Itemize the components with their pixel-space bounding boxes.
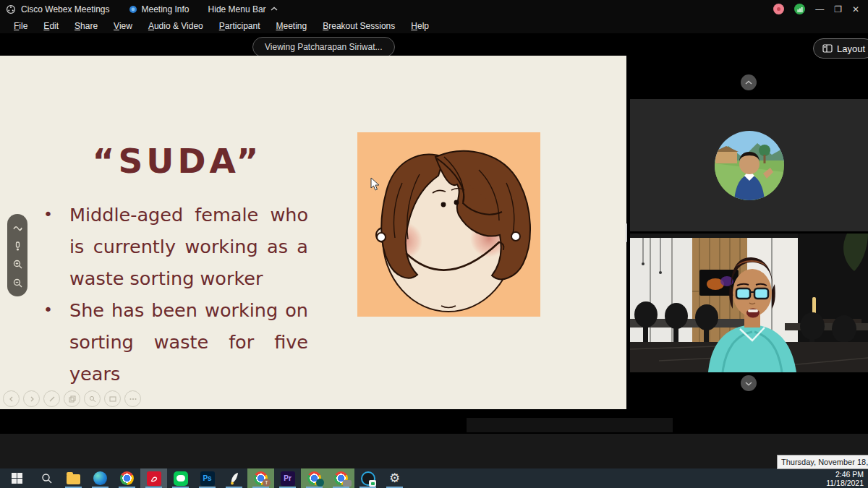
menu-participant[interactable]: Participant — [211, 21, 268, 31]
menu-breakout-sessions[interactable]: Breakout Sessions — [315, 21, 403, 31]
edge-icon — [93, 471, 107, 485]
photoshop-icon: Ps — [200, 471, 215, 486]
pages-icon[interactable] — [64, 390, 80, 407]
minimize-button[interactable]: — — [815, 5, 824, 14]
meeting-info-button[interactable]: Meeting Info — [129, 4, 190, 14]
premiere-icon: Pr — [281, 471, 295, 486]
webex-app-icon — [361, 471, 375, 486]
taskbar-chrome[interactable] — [114, 468, 140, 488]
active-speaker-video[interactable] — [630, 234, 868, 372]
participant-avatar — [714, 130, 785, 201]
profile-badge-t: T — [263, 479, 271, 487]
taskbar-chrome-workspace-3[interactable] — [328, 468, 354, 488]
meeting-info-icon — [129, 5, 137, 14]
webex-logo-icon — [6, 4, 16, 14]
bullet-marker: • — [43, 294, 69, 390]
collapse-panel-up-button[interactable] — [741, 74, 757, 90]
taskbar-search-button[interactable] — [33, 468, 60, 488]
slide-bullet-1: • Middle-aged female who is currently wo… — [43, 199, 308, 294]
chrome-icon — [120, 471, 134, 485]
meeting-control-bar: Unmute Start video Share Record — [0, 434, 868, 468]
taskbar-line[interactable] — [167, 468, 194, 488]
taskbar-premiere[interactable]: Pr — [274, 468, 301, 488]
title-bar: Cisco Webex Meetings Meeting Info Hide M… — [0, 0, 868, 18]
window-title: Cisco Webex Meetings — [21, 4, 110, 14]
slide-nav-controls — [3, 390, 141, 407]
participant-video-avatar[interactable] — [630, 99, 868, 231]
dock-shadow — [467, 418, 673, 432]
taskbar-photoshop[interactable]: Ps — [194, 468, 221, 488]
profile-badge-card — [343, 480, 352, 487]
search-icon — [41, 473, 53, 484]
meeting-info-label: Meeting Info — [142, 4, 190, 14]
hide-menu-bar-button[interactable]: Hide Menu Bar — [208, 4, 278, 14]
layout-button-label: Layout — [837, 43, 865, 54]
shared-slide: “SUDA” • Middle-aged female who is curre… — [0, 56, 626, 409]
taskbar-file-explorer[interactable] — [60, 468, 87, 488]
profile-badge-teal — [316, 479, 324, 487]
clock-time: 2:46 PM — [826, 470, 864, 479]
previous-icon[interactable] — [3, 390, 20, 407]
mouse-cursor — [370, 177, 380, 191]
slide-bullet-list: • Middle-aged female who is currently wo… — [43, 143, 308, 390]
menu-help[interactable]: Help — [403, 21, 437, 31]
menu-share[interactable]: Share — [67, 21, 106, 31]
menu-audio-video[interactable]: Audio & Video — [140, 21, 211, 31]
recording-indicator-icon[interactable] — [773, 4, 784, 14]
clock-tooltip: Thursday, November 18, 2021 — [777, 455, 868, 469]
menu-bar: File Edit Share View Audio & Video Parti… — [0, 18, 868, 33]
acrobat-icon — [147, 471, 161, 486]
menu-view[interactable]: View — [106, 21, 140, 31]
taskbar-edge[interactable] — [87, 468, 114, 488]
speaker-video-frame — [630, 234, 868, 372]
webex-window: Cisco Webex Meetings Meeting Info Hide M… — [0, 0, 868, 488]
taskbar-notes-app[interactable] — [221, 468, 247, 488]
layout-grid-icon — [822, 44, 833, 53]
menu-file[interactable]: File — [6, 21, 35, 31]
taskbar-clock[interactable]: 2:46 PM 11/18/2021 — [826, 468, 868, 488]
fit-screen-icon[interactable] — [104, 390, 121, 407]
laser-pointer-icon[interactable] — [12, 241, 23, 252]
slide-illustration-woman-face — [357, 132, 540, 317]
zoom-out-icon[interactable] — [12, 278, 23, 288]
viewing-banner-text: Viewing Patcharapan Siriwat... — [265, 42, 383, 52]
taskbar-webex[interactable] — [354, 468, 381, 488]
layout-button[interactable]: Layout — [813, 38, 868, 59]
taskbar-acrobat[interactable] — [140, 468, 167, 488]
restore-button[interactable]: ❐ — [834, 5, 842, 14]
collapse-panel-down-button[interactable] — [741, 375, 757, 391]
zoom-in-icon[interactable] — [12, 259, 23, 270]
folder-icon — [67, 474, 80, 484]
tooltip-text: Thursday, November 18, 2021 — [781, 458, 868, 466]
bullet-marker: • — [43, 199, 69, 294]
line-app-icon — [174, 471, 188, 486]
windows-taskbar: Ps T Pr ⚙ 2:46 PM 11/18/2021 — [0, 468, 868, 488]
taskbar-settings[interactable]: ⚙ — [381, 468, 408, 488]
connection-quality-icon[interactable] — [794, 4, 805, 14]
taskbar-chrome-workspace-2[interactable] — [301, 468, 328, 488]
start-button[interactable] — [0, 468, 33, 488]
slide-bullet-2: • She has been working on sorting waste … — [43, 294, 308, 390]
annotation-toolbar — [7, 214, 27, 296]
annotate-pen-icon[interactable] — [12, 222, 23, 233]
hide-menu-bar-label: Hide Menu Bar — [208, 4, 266, 14]
menu-edit[interactable]: Edit — [35, 21, 67, 31]
quill-icon — [229, 472, 240, 485]
chevron-up-icon — [271, 7, 278, 12]
windows-logo-icon — [12, 473, 22, 484]
magnifier-icon[interactable] — [84, 390, 101, 407]
next-icon[interactable] — [23, 390, 40, 407]
menu-meeting[interactable]: Meeting — [268, 21, 315, 31]
taskbar-chrome-workspace-1[interactable]: T — [247, 468, 274, 488]
pen-icon[interactable] — [43, 390, 60, 407]
close-button[interactable]: ✕ — [852, 5, 859, 14]
more-icon[interactable] — [124, 390, 141, 407]
panel-scrollbar[interactable] — [626, 223, 627, 242]
gear-icon: ⚙ — [389, 472, 400, 484]
viewing-banner: Viewing Patcharapan Siriwat... — [252, 37, 395, 57]
clock-date: 11/18/2021 — [826, 479, 864, 487]
